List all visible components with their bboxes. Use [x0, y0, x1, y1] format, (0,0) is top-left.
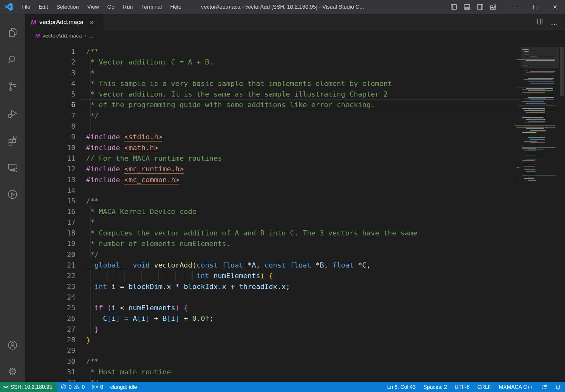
line-number[interactable]: 22: [25, 270, 75, 281]
line-number[interactable]: 4: [25, 78, 75, 89]
code-text[interactable]: *: [86, 68, 565, 78]
code-text[interactable]: * vector addition. It is the same as the…: [86, 89, 565, 99]
code-text[interactable]: #include <mc_runtime.h>: [86, 164, 565, 174]
code-line[interactable]: 8: [25, 121, 565, 132]
line-number[interactable]: 19: [25, 238, 75, 249]
cursor-position[interactable]: Ln 6, Col 43: [383, 382, 419, 392]
line-number[interactable]: 26: [25, 313, 75, 324]
toggle-secondary-sidebar-icon[interactable]: [477, 4, 483, 10]
line-number[interactable]: 25: [25, 303, 75, 313]
code-line[interactable]: 16 * MACA Kernel Device code: [25, 206, 565, 217]
menu-file[interactable]: File: [17, 0, 34, 14]
remote-explorer-icon[interactable]: [0, 154, 25, 181]
menu-selection[interactable]: Selection: [52, 0, 83, 14]
code-line[interactable]: 29: [25, 345, 565, 356]
code-line[interactable]: 11// For the MACA runtime routines: [25, 153, 565, 164]
code-line[interactable]: 25 if (i < numElements) {: [25, 303, 565, 313]
code-line[interactable]: 30/**: [25, 356, 565, 367]
encoding-status[interactable]: UTF-8: [451, 382, 474, 392]
line-number[interactable]: 6: [25, 99, 75, 110]
code-text[interactable]: * This sample is a very basic sample tha…: [86, 78, 565, 89]
code-line[interactable]: 5 * vector addition. It is the same as t…: [25, 89, 565, 99]
eol-status[interactable]: CRLF: [474, 382, 495, 392]
line-number[interactable]: 14: [25, 185, 75, 196]
tab-vectoradd-maca[interactable]: M vectorAdd.maca ×: [25, 14, 104, 30]
line-number[interactable]: 1: [25, 46, 75, 57]
accounts-icon[interactable]: [0, 332, 25, 359]
code-text[interactable]: __global__ void vectorAdd(const float *A…: [86, 260, 565, 270]
code-text[interactable]: }: [86, 335, 565, 345]
code-text[interactable]: }: [86, 324, 565, 335]
line-number[interactable]: 17: [25, 217, 75, 228]
menu-run[interactable]: Run: [119, 0, 137, 14]
split-editor-icon[interactable]: [537, 18, 544, 26]
line-number[interactable]: 30: [25, 356, 75, 367]
code-editor[interactable]: 1/**2 * Vector addition: C = A + B.3 *4 …: [25, 41, 565, 382]
code-text[interactable]: */: [86, 249, 565, 260]
breadcrumb-file[interactable]: vectorAdd.maca: [42, 33, 82, 39]
line-number[interactable]: 16: [25, 206, 75, 217]
line-number[interactable]: 23: [25, 281, 75, 292]
code-line[interactable]: 1/**: [25, 46, 565, 57]
clangd-status[interactable]: clangd: idle: [107, 382, 140, 392]
language-mode-status[interactable]: MXMACA C++: [495, 382, 537, 392]
toggle-panel-icon[interactable]: [464, 4, 470, 10]
line-number[interactable]: 10: [25, 142, 75, 153]
line-number[interactable]: 3: [25, 68, 75, 78]
code-text[interactable]: [86, 121, 565, 132]
scrollbar-thumb[interactable]: [560, 47, 564, 96]
code-text[interactable]: * Vector addition: C = A + B.: [86, 57, 565, 67]
code-text[interactable]: /**: [86, 196, 565, 206]
line-number[interactable]: 20: [25, 249, 75, 260]
line-number[interactable]: 15: [25, 196, 75, 206]
line-number[interactable]: 24: [25, 292, 75, 303]
code-text[interactable]: #include <math.h>: [86, 142, 565, 153]
line-number[interactable]: 8: [25, 121, 75, 132]
line-number[interactable]: 32: [25, 377, 75, 382]
code-line[interactable]: 14: [25, 185, 565, 196]
code-line[interactable]: 15/**: [25, 196, 565, 206]
line-number[interactable]: 7: [25, 110, 75, 121]
menu-edit[interactable]: Edit: [34, 0, 52, 14]
menu-help[interactable]: Help: [166, 0, 185, 14]
code-text[interactable]: * of the programming guide with some add…: [86, 99, 565, 110]
code-line[interactable]: 3 *: [25, 68, 565, 78]
ports-status[interactable]: 0: [88, 382, 107, 392]
line-number[interactable]: 18: [25, 228, 75, 238]
code-line[interactable]: 24: [25, 292, 565, 303]
indentation-status[interactable]: Spaces: 2: [419, 382, 450, 392]
line-number[interactable]: 5: [25, 89, 75, 99]
run-debug-icon[interactable]: [0, 100, 25, 127]
code-line[interactable]: 31 * Host main routine: [25, 367, 565, 377]
line-number[interactable]: 27: [25, 324, 75, 335]
menu-view[interactable]: View: [83, 0, 103, 14]
line-number[interactable]: 12: [25, 164, 75, 174]
code-text[interactable]: // For the MACA runtime routines: [86, 153, 565, 164]
code-text[interactable]: */: [86, 110, 565, 121]
feedback-status[interactable]: [537, 382, 551, 392]
code-text[interactable]: * Host main routine: [86, 367, 565, 377]
code-line[interactable]: 17 *: [25, 217, 565, 228]
code-line[interactable]: 10#include <math.h>: [25, 142, 565, 153]
code-line[interactable]: 32 */: [25, 377, 565, 382]
settings-gear-icon[interactable]: ⚙: [0, 361, 25, 382]
source-control-icon[interactable]: [0, 73, 25, 100]
toggle-primary-sidebar-icon[interactable]: [451, 4, 457, 10]
code-line[interactable]: 22 int numElements) {: [25, 270, 565, 281]
line-number[interactable]: 29: [25, 345, 75, 356]
line-number[interactable]: 13: [25, 175, 75, 185]
code-line[interactable]: 18 * Computes the vector addition of A a…: [25, 228, 565, 238]
menu-terminal[interactable]: Terminal: [137, 0, 166, 14]
code-line[interactable]: 12#include <mc_runtime.h>: [25, 164, 565, 174]
editor-scrollbar[interactable]: [559, 41, 565, 382]
code-text[interactable]: int numElements) {: [86, 270, 565, 281]
code-line[interactable]: 27 }: [25, 324, 565, 335]
close-tab-icon[interactable]: ×: [90, 19, 94, 26]
code-text[interactable]: if (i < numElements) {: [86, 303, 565, 313]
code-line[interactable]: 20 */: [25, 249, 565, 260]
code-text[interactable]: [86, 292, 565, 303]
close-button[interactable]: ×: [545, 0, 565, 14]
code-line[interactable]: 21__global__ void vectorAdd(const float …: [25, 260, 565, 270]
code-text[interactable]: /**: [86, 46, 565, 57]
code-text[interactable]: * number of elements numElements.: [86, 238, 565, 249]
